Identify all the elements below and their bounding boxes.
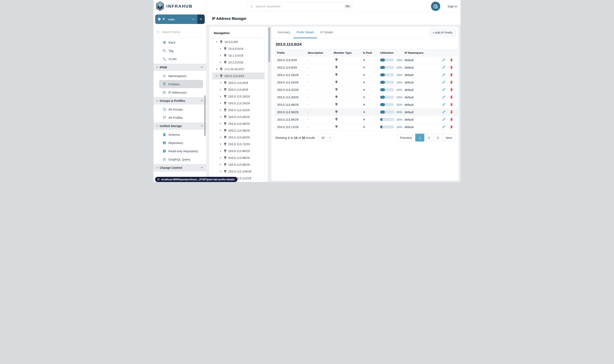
navigation-scrollbar-thumb[interactable]	[268, 27, 270, 62]
leaf-bullet[interactable]	[215, 67, 218, 71]
cell-prefix[interactable]: 203.0.113.8/29	[275, 64, 306, 71]
sidebar-item-graphql-query[interactable]: GraphQL Query	[159, 155, 203, 163]
sidebar-search[interactable]	[154, 27, 206, 37]
sidebar-item-tag[interactable]: Tag	[159, 47, 203, 55]
delete-button[interactable]	[450, 110, 453, 114]
infrahub-logo[interactable]: INFRAHUB	[156, 1, 193, 11]
edit-button[interactable]	[442, 95, 446, 99]
edit-button[interactable]	[442, 88, 446, 92]
tree-item-203-0-113-0-24[interactable]: IP203.0.113.0/24	[212, 73, 264, 79]
tree-item-10-1-0-0-16[interactable]: IP10.1.0.0/16	[212, 52, 264, 59]
table-row[interactable]: 203.0.113.16/29-IP✕33%default	[275, 71, 457, 79]
edit-button[interactable]	[442, 58, 446, 62]
edit-button[interactable]	[442, 80, 446, 84]
sidebar-section-change-control[interactable]: Change Control	[154, 164, 206, 171]
tab-ip-details[interactable]: IP Details	[317, 27, 336, 38]
table-row[interactable]: 203.0.113.8/29-IP✕33%default	[275, 64, 457, 71]
leaf-bullet[interactable]	[219, 170, 222, 173]
sidebar-item-all-groups[interactable]: All Groups	[159, 105, 203, 113]
branch-selector[interactable]: main +	[155, 14, 205, 24]
tree-item-203-0-113-56-29[interactable]: IP203.0.113.56/29	[212, 127, 264, 134]
sidebar-item-read-only-repository[interactable]: Read-only Repository	[159, 147, 203, 155]
tree-item-203-0-113-32-29[interactable]: IP203.0.113.32/29	[212, 107, 264, 113]
tree-item-203-0-113-72-29[interactable]: IP203.0.113.72/29	[212, 141, 264, 147]
leaf-bullet[interactable]	[219, 122, 222, 125]
tab-summary[interactable]: Summary	[274, 27, 293, 38]
tree-item-203-0-113-48-29[interactable]: IP203.0.113.48/29	[212, 120, 264, 127]
table-row[interactable]: 203.0.113.56/29-IP✕33%default	[275, 108, 457, 116]
edit-button[interactable]	[442, 65, 446, 70]
tree-item-203-0-113-88-29[interactable]: IP203.0.113.88/29	[212, 154, 264, 161]
leaf-bullet[interactable]	[219, 149, 222, 153]
table-row[interactable]: 203.0.113.72/29-IP✕16%default	[275, 123, 457, 131]
delete-button[interactable]	[450, 65, 453, 70]
leaf-bullet[interactable]	[219, 115, 222, 118]
previous-button[interactable]: Previous	[396, 134, 416, 142]
tree-item-203-0-113-64-29[interactable]: IP203.0.113.64/29	[212, 134, 264, 141]
leaf-bullet[interactable]	[219, 102, 222, 105]
tree-item-203-0-113-24-29[interactable]: IP203.0.113.24/29	[212, 100, 264, 107]
cell-prefix[interactable]: 203.0.113.24/29	[275, 79, 306, 86]
table-row[interactable]: 203.0.113.40/29-IP✕33%default	[275, 94, 457, 101]
delete-button[interactable]	[450, 125, 453, 129]
leaf-bullet[interactable]	[219, 129, 222, 132]
next-button[interactable]: Next	[442, 134, 456, 142]
navigation-scrollbar[interactable]	[268, 25, 270, 182]
add-ip-prefix-button[interactable]: + Add IP Prefix	[429, 29, 456, 36]
sidebar-item-rack[interactable]: Rack	[159, 38, 203, 47]
table-row[interactable]: 203.0.113.0/29-IP✕33%default	[275, 56, 457, 64]
page-button-2[interactable]: 2	[424, 134, 433, 142]
delete-button[interactable]	[450, 95, 453, 99]
edit-button[interactable]	[442, 110, 446, 114]
expand-toggle[interactable]	[219, 54, 222, 57]
branch-selector-main[interactable]: main	[155, 14, 197, 24]
cell-prefix[interactable]: 203.0.113.16/29	[275, 71, 306, 79]
cell-prefix[interactable]: 203.0.113.32/29	[275, 86, 306, 94]
sidebar-item-all-profiles[interactable]: All Profiles	[159, 113, 203, 122]
table-row[interactable]: 203.0.113.24/29-IP✕33%default	[275, 79, 457, 86]
leaf-bullet[interactable]	[219, 156, 222, 159]
leaf-bullet[interactable]	[219, 81, 222, 84]
edit-button[interactable]	[442, 73, 446, 77]
delete-button[interactable]	[450, 88, 453, 92]
tree-item-203-0-113-104-29[interactable]: IP203.0.113.104/29	[212, 168, 264, 175]
sidebar-section-unified-storage[interactable]: Unified Storage	[154, 122, 206, 130]
tree-item-203-0-113-0-29[interactable]: IP203.0.113.0/29	[212, 79, 264, 86]
table-row[interactable]: 203.0.113.32/29-IP✕33%default	[275, 86, 457, 94]
sidebar-search-input[interactable]	[162, 30, 203, 34]
tree-item-10-2-0-0-16[interactable]: IP10.2.0.0/16	[212, 59, 264, 66]
leaf-bullet[interactable]	[219, 163, 222, 166]
delete-button[interactable]	[450, 103, 453, 107]
leaf-bullet[interactable]	[219, 95, 222, 98]
tree-item-203-0-113-40-29[interactable]: IP203.0.113.40/29	[212, 113, 264, 120]
sidebar-section-groups-profiles[interactable]: Groups & Profiles	[154, 97, 206, 104]
edit-button[interactable]	[442, 103, 446, 107]
leaf-bullet[interactable]	[219, 143, 222, 146]
cell-prefix[interactable]: 203.0.113.0/29	[275, 56, 306, 64]
delete-button[interactable]	[450, 80, 453, 84]
leaf-bullet[interactable]	[219, 88, 222, 91]
sign-in-link[interactable]: Sign in	[448, 0, 457, 13]
time-travel-button[interactable]	[431, 2, 440, 11]
sidebar-item-prefixes[interactable]: IPPrefixes	[159, 80, 203, 88]
page-button-3[interactable]: 3	[433, 134, 442, 142]
page-size-select[interactable]: 10	[319, 134, 334, 142]
table-row[interactable]: 203.0.113.48/29-IP✕33%default	[275, 101, 457, 108]
tree-item-203-0-113-16-29[interactable]: IP203.0.113.16/29	[212, 93, 264, 100]
tree-item-203-0-113-80-29[interactable]: IP203.0.113.80/29	[212, 147, 264, 154]
global-search-input[interactable]	[256, 5, 342, 8]
page-button-1[interactable]: 1	[415, 134, 424, 142]
sidebar-item-ip-addresses[interactable]: IPIP Addresses	[159, 88, 203, 96]
cell-prefix[interactable]: 203.0.113.40/29	[275, 94, 306, 101]
cell-prefix[interactable]: 203.0.113.64/29	[275, 116, 306, 123]
table-row[interactable]: 203.0.113.64/29-IP✕16%default	[275, 116, 457, 123]
sidebar-item-schema[interactable]: <>Schema	[159, 130, 203, 139]
tab-prefix-details[interactable]: Prefix Details	[293, 27, 317, 38]
leaf-bullet[interactable]	[219, 108, 222, 112]
sidebar-scrollbar-thumb[interactable]	[204, 95, 206, 136]
delete-button[interactable]	[450, 117, 453, 122]
cell-prefix[interactable]: 203.0.113.72/29	[275, 123, 306, 131]
tree-item-10-0-0-0-16[interactable]: IP10.0.0.0/16	[212, 45, 264, 52]
add-branch-button[interactable]: +	[197, 14, 205, 24]
tree-item-172-20-20-0-27[interactable]: IP172.20.20.0/27	[212, 66, 264, 73]
